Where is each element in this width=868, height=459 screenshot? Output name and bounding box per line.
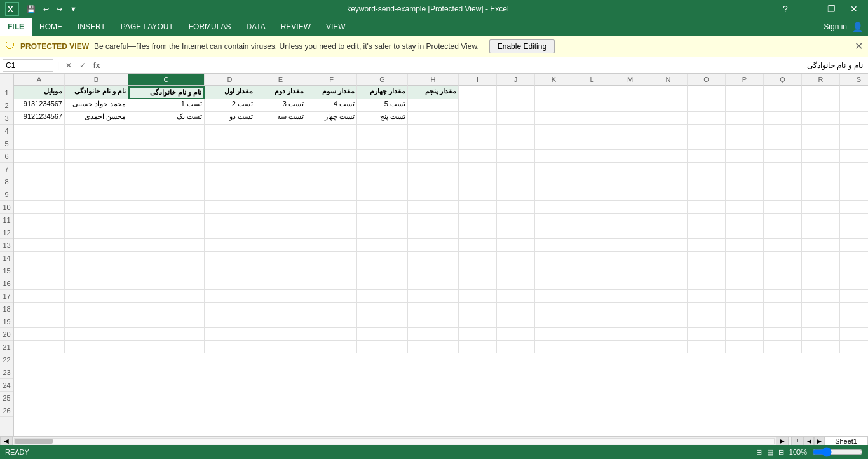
- col-header-s[interactable]: S: [840, 74, 868, 86]
- tab-data[interactable]: DATA: [238, 18, 273, 36]
- col-header-i[interactable]: I: [459, 74, 497, 86]
- quick-save-button[interactable]: 💾: [24, 4, 38, 15]
- cell-n3[interactable]: [649, 112, 688, 125]
- cell-e1[interactable]: مقدار دوم: [255, 86, 306, 99]
- cell-s3[interactable]: [840, 112, 868, 125]
- col-header-j[interactable]: J: [497, 74, 535, 86]
- cell-h1[interactable]: مقدار پنجم: [408, 86, 459, 99]
- row-num-10[interactable]: 10: [0, 201, 13, 214]
- cell-a2[interactable]: 9131234567: [14, 99, 65, 112]
- row-num-19[interactable]: 19: [0, 315, 13, 328]
- col-header-l[interactable]: L: [573, 74, 611, 86]
- col-header-r[interactable]: R: [802, 74, 840, 86]
- view-pagebreak-icon[interactable]: ⊟: [778, 448, 784, 456]
- cancel-formula-icon[interactable]: ✕: [63, 61, 74, 70]
- tab-page-layout[interactable]: PAGE LAYOUT: [113, 18, 181, 36]
- cell-n2[interactable]: [649, 99, 688, 112]
- cell-o3[interactable]: [688, 112, 726, 125]
- cell-k1[interactable]: [535, 86, 573, 99]
- horizontal-scrollbar[interactable]: ◀ ▶ + ◀ ▶ Sheet1: [0, 436, 868, 445]
- col-header-a[interactable]: A: [14, 74, 65, 86]
- cell-k3[interactable]: [535, 112, 573, 125]
- col-header-m[interactable]: M: [611, 74, 649, 86]
- help-button[interactable]: ?: [776, 0, 794, 18]
- cell-g1[interactable]: مقدار چهارم: [357, 86, 408, 99]
- row-num-24[interactable]: 24: [0, 379, 13, 392]
- cell-f2[interactable]: تست 4: [306, 99, 357, 112]
- cell-a4[interactable]: [14, 125, 65, 137]
- sign-in-button[interactable]: Sign in: [824, 22, 847, 31]
- col-header-n[interactable]: N: [649, 74, 688, 86]
- cell-f3[interactable]: تست چهار: [306, 112, 357, 125]
- redo-button[interactable]: ↪: [54, 4, 65, 15]
- col-header-g[interactable]: G: [357, 74, 408, 86]
- row-num-22[interactable]: 22: [0, 353, 13, 366]
- row-num-20[interactable]: 20: [0, 328, 13, 341]
- cell-d1[interactable]: مقدار اول: [205, 86, 255, 99]
- sheet-tab-sheet1[interactable]: Sheet1: [824, 437, 868, 446]
- row-num-16[interactable]: 16: [0, 277, 13, 290]
- row-num-9[interactable]: 9: [0, 188, 13, 201]
- col-header-f[interactable]: F: [306, 74, 357, 86]
- cell-n1[interactable]: [649, 86, 688, 99]
- cell-j1[interactable]: [497, 86, 535, 99]
- confirm-formula-icon[interactable]: ✓: [77, 61, 88, 70]
- row-num-7[interactable]: 7: [0, 163, 13, 175]
- row-num-3[interactable]: 3: [0, 112, 13, 125]
- tab-home[interactable]: HOME: [32, 18, 70, 36]
- cell-f1[interactable]: مقدار سوم: [306, 86, 357, 99]
- cell-r2[interactable]: [802, 99, 840, 112]
- cell-reference-box[interactable]: [3, 59, 53, 72]
- cell-p1[interactable]: [726, 86, 764, 99]
- row-num-11[interactable]: 11: [0, 214, 13, 226]
- cell-r3[interactable]: [802, 112, 840, 125]
- cell-c3[interactable]: تست یک: [128, 112, 205, 125]
- row-num-4[interactable]: 4: [0, 125, 13, 137]
- cell-l1[interactable]: [573, 86, 611, 99]
- cell-h2[interactable]: [408, 99, 459, 112]
- row-num-25[interactable]: 25: [0, 392, 13, 404]
- cell-i3[interactable]: [459, 112, 497, 125]
- cell-d3[interactable]: تست دو: [205, 112, 255, 125]
- col-header-o[interactable]: O: [688, 74, 726, 86]
- view-layout-icon[interactable]: ▤: [767, 448, 773, 456]
- cell-p2[interactable]: [726, 99, 764, 112]
- cell-c2[interactable]: تست 1: [128, 99, 205, 112]
- scroll-right-button[interactable]: ▶: [776, 437, 789, 446]
- cell-m1[interactable]: [611, 86, 649, 99]
- sheet-nav-prev-button[interactable]: ◀: [804, 437, 814, 446]
- zoom-slider[interactable]: [812, 447, 863, 457]
- row-num-15[interactable]: 15: [0, 264, 13, 277]
- cell-g3[interactable]: تست پنج: [357, 112, 408, 125]
- cell-q2[interactable]: [764, 99, 802, 112]
- cell-j3[interactable]: [497, 112, 535, 125]
- insert-function-icon[interactable]: fx: [91, 61, 102, 70]
- tab-view[interactable]: VIEW: [318, 18, 353, 36]
- cell-c4[interactable]: [128, 125, 205, 137]
- col-header-d[interactable]: D: [205, 74, 255, 86]
- close-protected-bar-button[interactable]: ✕: [855, 40, 863, 52]
- cell-q1[interactable]: [764, 86, 802, 99]
- row-num-23[interactable]: 23: [0, 366, 13, 379]
- cell-a1[interactable]: موبایل: [14, 86, 65, 99]
- row-num-5[interactable]: 5: [0, 137, 13, 150]
- restore-button[interactable]: ❐: [822, 0, 840, 18]
- cell-l3[interactable]: [573, 112, 611, 125]
- row-num-21[interactable]: 21: [0, 341, 13, 353]
- enable-editing-button[interactable]: Enable Editing: [489, 39, 555, 53]
- row-num-26[interactable]: 26: [0, 404, 13, 417]
- cell-k2[interactable]: [535, 99, 573, 112]
- cell-o2[interactable]: [688, 99, 726, 112]
- row-num-12[interactable]: 12: [0, 226, 13, 239]
- cell-a3[interactable]: 9121234567: [14, 112, 65, 125]
- cell-i2[interactable]: [459, 99, 497, 112]
- cell-r1[interactable]: [802, 86, 840, 99]
- row-num-17[interactable]: 17: [0, 290, 13, 303]
- cell-b1[interactable]: نام و نام خانوادگی: [65, 86, 128, 99]
- cell-b4[interactable]: [65, 125, 128, 137]
- col-header-c[interactable]: C: [128, 74, 205, 86]
- cell-l2[interactable]: [573, 99, 611, 112]
- cell-i1[interactable]: [459, 86, 497, 99]
- cell-m3[interactable]: [611, 112, 649, 125]
- cell-m2[interactable]: [611, 99, 649, 112]
